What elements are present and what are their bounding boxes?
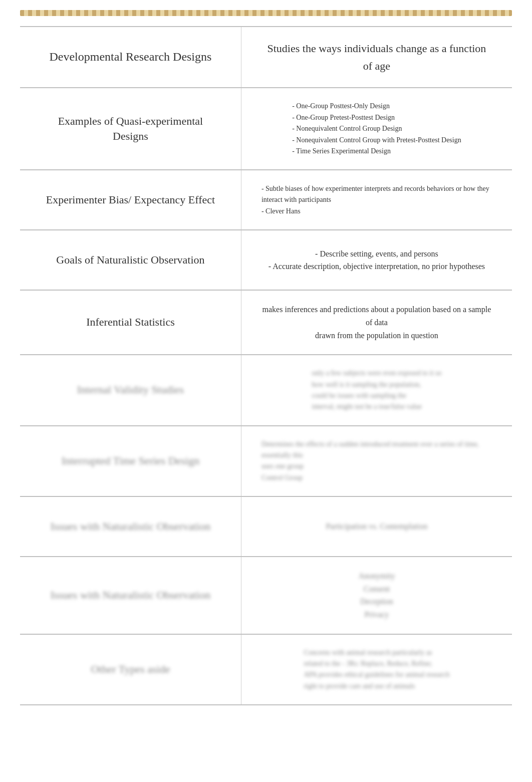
top-decorative-bar <box>20 10 512 16</box>
page-container: Developmental Research DesignsStudies th… <box>0 0 532 782</box>
left-term: Developmental Research Designs <box>49 49 211 66</box>
spacer <box>20 705 512 782</box>
right-definition: - Subtle biases of how experimenter inte… <box>261 183 492 217</box>
left-term: Interrupted Time Series Design <box>62 453 200 469</box>
row-left-row-4: Goals of Naturalistic Observation <box>20 230 241 290</box>
row-right-row-2: - One-Group Posttest-Only Design- One-Gr… <box>241 88 512 169</box>
right-definition: - Describe setting, events, and persons-… <box>269 247 485 273</box>
right-definition: only a few subjects were even exposed to… <box>312 368 441 413</box>
table-row: Examples of Quasi-experimental Designs- … <box>20 87 512 169</box>
row-left-row-10: Other Types aside <box>20 635 241 705</box>
row-left-row-9: Issues with Naturalistic Observation <box>20 557 241 633</box>
row-right-row-3: - Subtle biases of how experimenter inte… <box>241 170 512 229</box>
row-right-row-1: Studies the ways individuals change as a… <box>241 27 512 87</box>
right-definition: Participation vs. Contemplation <box>326 520 427 533</box>
row-right-row-9: AnonymityConsentDeceptionPrivacy <box>241 557 512 633</box>
row-right-row-10: Concerns with animal research particular… <box>241 635 512 705</box>
table-row: Goals of Naturalistic Observation- Descr… <box>20 229 512 290</box>
right-definition: makes inferences and predictions about a… <box>261 303 492 342</box>
flashcard-table: Developmental Research DesignsStudies th… <box>20 26 512 705</box>
left-term: Experimenter Bias/ Expectancy Effect <box>46 192 215 208</box>
table-row: Experimenter Bias/ Expectancy Effect- Su… <box>20 169 512 229</box>
row-left-row-3: Experimenter Bias/ Expectancy Effect <box>20 170 241 229</box>
table-row: Developmental Research DesignsStudies th… <box>20 26 512 87</box>
left-term: Issues with Naturalistic Observation <box>51 519 211 535</box>
right-definition: - One-Group Posttest-Only Design- One-Gr… <box>292 101 461 157</box>
left-term: Goals of Naturalistic Observation <box>56 252 204 268</box>
row-left-row-2: Examples of Quasi-experimental Designs <box>20 88 241 169</box>
table-row: Other Types asideConcerns with animal re… <box>20 634 512 706</box>
row-left-row-5: Inferential Statistics <box>20 291 241 354</box>
row-left-row-6: Internal Validity Studies <box>20 355 241 425</box>
left-term: Inferential Statistics <box>86 315 175 330</box>
left-term: Internal Validity Studies <box>77 382 184 398</box>
right-definition: Studies the ways individuals change as a… <box>261 40 492 75</box>
row-left-row-7: Interrupted Time Series Design <box>20 426 241 496</box>
right-definition: AnonymityConsentDeceptionPrivacy <box>358 570 395 621</box>
left-term: Examples of Quasi-experimental Designs <box>40 114 221 145</box>
row-right-row-5: makes inferences and predictions about a… <box>241 291 512 354</box>
row-left-row-8: Issues with Naturalistic Observation <box>20 497 241 556</box>
right-definition: Concerns with animal research particular… <box>304 647 449 692</box>
row-right-row-4: - Describe setting, events, and persons-… <box>241 230 512 290</box>
left-term: Issues with Naturalistic Observation <box>51 588 211 603</box>
table-row: Issues with Naturalistic ObservationAnon… <box>20 556 512 633</box>
table-row: Issues with Naturalistic ObservationPart… <box>20 496 512 556</box>
table-row: Inferential Statisticsmakes inferences a… <box>20 290 512 354</box>
table-row: Internal Validity Studiesonly a few subj… <box>20 354 512 425</box>
row-right-row-7: Determines the effects of a sudden intro… <box>241 426 512 496</box>
table-row: Interrupted Time Series DesignDetermines… <box>20 425 512 496</box>
right-definition: Determines the effects of a sudden intro… <box>261 439 492 484</box>
left-term: Other Types aside <box>91 662 170 677</box>
row-right-row-8: Participation vs. Contemplation <box>241 497 512 556</box>
row-right-row-6: only a few subjects were even exposed to… <box>241 355 512 425</box>
row-left-row-1: Developmental Research Designs <box>20 27 241 87</box>
